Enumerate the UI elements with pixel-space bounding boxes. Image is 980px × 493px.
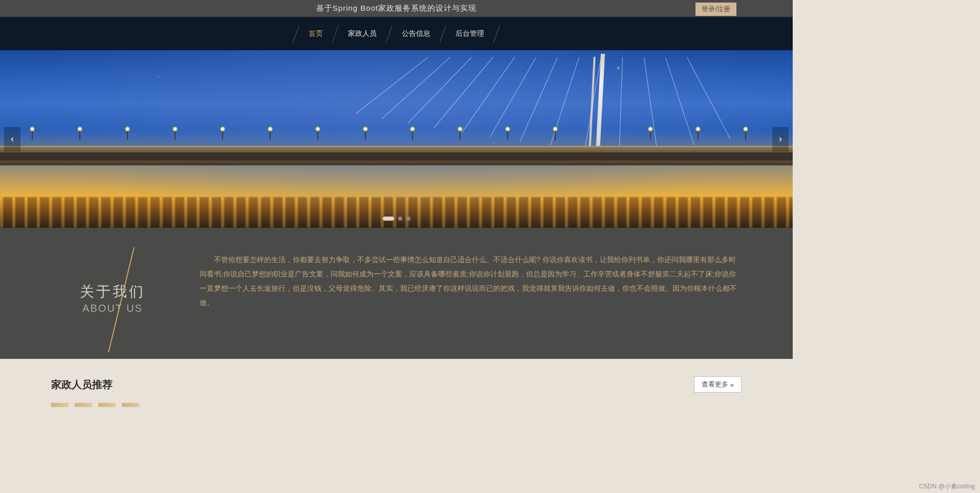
recommend-section: 家政人员推荐 查看更多 »	[0, 359, 793, 403]
about-body-text: 不管你想要怎样的生活，你都要去努力争取，不多尝试一些事情怎么知道自己适合什么、不…	[200, 247, 742, 328]
svg-line-0	[108, 247, 134, 352]
carousel-image-water	[0, 197, 793, 228]
carousel-prev-button[interactable]: ‹	[4, 127, 20, 152]
carousel-image-lamps	[0, 136, 793, 141]
carousel-dot-3[interactable]	[406, 217, 410, 221]
nav-item-admin[interactable]: 后台管理	[443, 29, 496, 38]
double-chevron-right-icon: »	[730, 381, 734, 389]
recommend-title: 家政人员推荐	[51, 378, 113, 392]
recommend-thumbnails	[0, 403, 793, 412]
view-more-label: 查看更多	[702, 380, 728, 389]
about-heading-block: 关于我们 ABOUT US	[51, 247, 174, 328]
carousel-dot-1[interactable]	[383, 217, 394, 221]
main-nav: 首页 家政人员 公告信息 后台管理	[0, 17, 793, 50]
recommend-thumb[interactable]	[51, 403, 69, 407]
hero-carousel: ‹ ›	[0, 50, 793, 228]
carousel-indicators	[383, 217, 410, 221]
chevron-right-icon: ›	[779, 134, 782, 144]
nav-item-staff[interactable]: 家政人员	[336, 29, 389, 38]
about-decorative-line-icon	[88, 247, 149, 355]
recommend-thumb[interactable]	[75, 403, 92, 407]
page-title: 基于Spring Boot家政服务系统的设计与实现	[316, 4, 476, 13]
recommend-thumb[interactable]	[122, 403, 139, 407]
about-us-section: 关于我们 ABOUT US 不管你想要怎样的生活，你都要去努力争取，不多尝试一些…	[0, 228, 793, 359]
view-more-button[interactable]: 查看更多 »	[694, 376, 742, 393]
carousel-dot-2[interactable]	[398, 217, 402, 221]
nav-item-home[interactable]: 首页	[296, 29, 335, 38]
nav-item-notice[interactable]: 公告信息	[389, 29, 443, 38]
header-bar: 基于Spring Boot家政服务系统的设计与实现 登录/注册	[0, 0, 793, 17]
carousel-next-button[interactable]: ›	[772, 127, 789, 152]
carousel-image-bridge	[0, 146, 793, 165]
nav-list: 首页 家政人员 公告信息 后台管理	[296, 25, 497, 43]
chevron-left-icon: ‹	[11, 134, 14, 144]
recommend-thumb[interactable]	[98, 403, 116, 407]
login-register-button[interactable]: 登录/注册	[695, 3, 736, 16]
